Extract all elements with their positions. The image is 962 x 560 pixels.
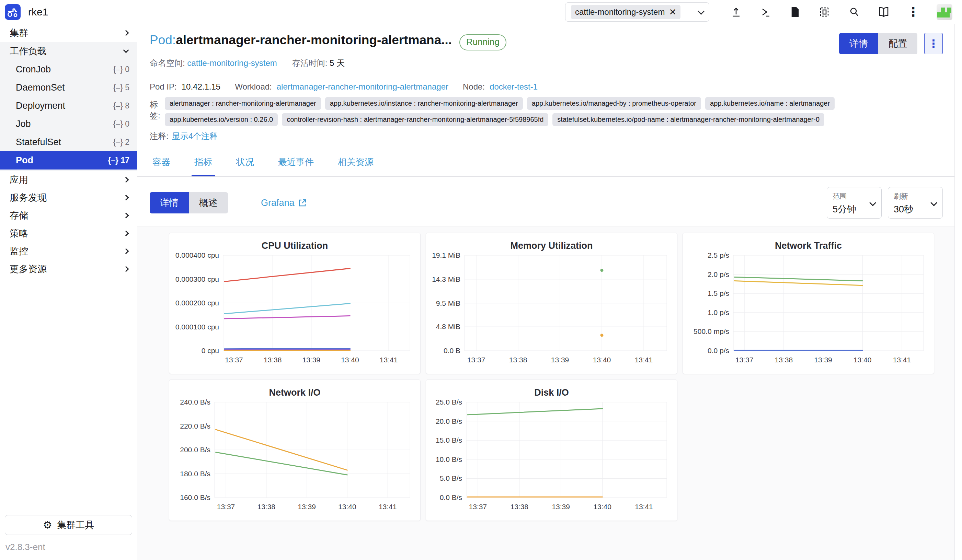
sidebar-item-statefulset[interactable]: StatefulSet{–} 2: [0, 133, 137, 151]
svg-text:13:38: 13:38: [509, 356, 527, 364]
label-chip: app.kubernetes.io/managed-by : prometheu…: [527, 97, 701, 110]
detail-view-button[interactable]: 详情: [839, 33, 878, 54]
chart-card-disk-i-o: Disk I/O25.0 B/s20.0 B/s15.0 B/s10.0 B/s…: [426, 380, 677, 521]
sidebar-item-job[interactable]: Job{–} 0: [0, 115, 137, 133]
user-avatar[interactable]: [936, 4, 952, 20]
chart-plot-cpu-utilization: 0.000400 cpu0.000300 cpu0.000200 cpu0.00…: [173, 253, 415, 367]
range-select[interactable]: 范围 5分钟: [827, 187, 882, 219]
kubectl-shell-icon[interactable]: [759, 6, 772, 18]
sidebar-item-daemonset[interactable]: DaemonSet{–} 5: [0, 79, 137, 97]
svg-text:0 cpu: 0 cpu: [202, 347, 219, 354]
svg-text:13:37: 13:37: [467, 356, 486, 364]
svg-text:15.0 B/s: 15.0 B/s: [436, 436, 462, 444]
resource-count-badge: {–} 8: [113, 101, 129, 111]
tab-[interactable]: 状况: [234, 152, 257, 176]
svg-text:13:37: 13:37: [735, 356, 754, 364]
sidebar-item-label: 应用: [10, 174, 28, 186]
chart-title: Network Traffic: [687, 241, 930, 251]
workload-link[interactable]: alertmanager-rancher-monitoring-alertman…: [277, 82, 449, 92]
sidebar-item-label: 监控: [10, 245, 28, 257]
resource-count-badge: {–} 0: [113, 65, 129, 74]
rancher-logo-icon[interactable]: [5, 4, 21, 20]
grafana-link[interactable]: Grafana: [261, 198, 307, 208]
sidebar-item-label: Pod: [16, 155, 33, 166]
docs-icon[interactable]: [878, 6, 890, 18]
external-link-icon: [298, 198, 307, 207]
chevron-right-icon: [123, 30, 129, 36]
svg-text:13:37: 13:37: [217, 503, 235, 510]
chevron-right-icon: [123, 248, 129, 254]
refresh-select[interactable]: 刷新 30秒: [888, 187, 943, 219]
sidebar-item-[interactable]: 策略: [0, 224, 137, 242]
metrics-detail-button[interactable]: 详情: [150, 192, 189, 213]
cluster-tools-button[interactable]: ⚙ 集群工具: [5, 515, 132, 535]
top-nav-bar: rke1 cattle-monitoring-system ✕ ⋮: [0, 0, 962, 24]
chevron-right-icon: [123, 195, 129, 201]
svg-text:19.1 MiB: 19.1 MiB: [432, 253, 460, 259]
tab-[interactable]: 相关资源: [335, 152, 376, 176]
tab-[interactable]: 容器: [150, 152, 173, 176]
metrics-view-segment: 详情 概述: [150, 192, 228, 213]
sidebar-item-workloads[interactable]: 工作负载: [0, 42, 137, 60]
label-chip: app.kubernetes.io/instance : rancher-mon…: [325, 97, 523, 110]
sidebar-item-[interactable]: 服务发现: [0, 189, 137, 207]
chevron-down-icon: [123, 47, 129, 53]
import-yaml-icon[interactable]: [818, 6, 831, 18]
resource-actions-button[interactable]: ⋮: [924, 33, 943, 54]
svg-text:13:40: 13:40: [854, 356, 872, 364]
upload-icon[interactable]: [730, 6, 742, 18]
sidebar-item-pod[interactable]: Pod{–} 17: [0, 151, 137, 169]
namespace-label: 命名空间:: [150, 58, 185, 68]
cluster-tools-label: 集群工具: [57, 519, 94, 531]
remove-namespace-icon[interactable]: ✕: [669, 8, 676, 16]
svg-text:5.0 B/s: 5.0 B/s: [440, 474, 462, 482]
svg-text:13:40: 13:40: [593, 356, 611, 364]
cluster-name: rke1: [28, 6, 48, 18]
namespace-chip[interactable]: cattle-monitoring-system ✕: [571, 5, 681, 19]
svg-text:20.0 B/s: 20.0 B/s: [436, 417, 462, 425]
svg-text:2.5 p/s: 2.5 p/s: [708, 253, 729, 259]
namespace-filter[interactable]: cattle-monitoring-system ✕: [565, 2, 709, 22]
namespace-link[interactable]: cattle-monitoring-system: [187, 58, 277, 68]
age-label: 存活时间:: [292, 58, 328, 68]
resource-count-badge: {–} 17: [108, 156, 129, 165]
svg-text:13:38: 13:38: [258, 503, 276, 510]
show-annotations-link[interactable]: 显示4个注释: [172, 131, 218, 142]
labels-label: 标签:: [150, 99, 161, 121]
svg-text:160.0 B/s: 160.0 B/s: [180, 493, 210, 501]
chevron-down-icon[interactable]: [697, 8, 704, 15]
sidebar-item-[interactable]: 更多资源: [0, 260, 137, 278]
sidebar-item-[interactable]: 监控: [0, 242, 137, 260]
tab-[interactable]: 指标: [192, 152, 215, 176]
sidebar-item-deployment[interactable]: Deployment{–} 8: [0, 97, 137, 115]
namespace-meta: 命名空间: cattle-monitoring-system: [150, 58, 277, 69]
chevron-right-icon: [123, 266, 129, 272]
metrics-summary-button[interactable]: 概述: [189, 192, 228, 213]
grafana-link-label: Grafana: [261, 198, 295, 208]
resource-type-label: Pod:: [150, 33, 176, 47]
tab-[interactable]: 最近事件: [275, 152, 316, 176]
sidebar-item-label: Deployment: [16, 101, 65, 111]
config-view-button[interactable]: 配置: [878, 33, 917, 54]
chart-card-network-traffic: Network Traffic2.5 p/s2.0 p/s1.5 p/s1.0 …: [683, 233, 934, 374]
sidebar-item-[interactable]: 存储: [0, 207, 137, 224]
chevron-right-icon: [123, 177, 129, 183]
sidebar-item-cronjob[interactable]: CronJob{–} 0: [0, 60, 137, 79]
node-link[interactable]: docker-test-1: [489, 82, 537, 92]
svg-text:9.5 MiB: 9.5 MiB: [436, 299, 460, 307]
sidebar-item-label: CronJob: [16, 64, 51, 75]
svg-text:13:38: 13:38: [510, 503, 528, 510]
svg-text:13:41: 13:41: [893, 356, 911, 364]
sidebar-item-clusters[interactable]: 集群: [0, 24, 137, 42]
search-icon[interactable]: [848, 6, 860, 18]
chart-card-network-i-o: Network I/O240.0 B/s220.0 B/s200.0 B/s18…: [169, 380, 421, 521]
main-content: Pod:alertmanager-rancher-monitoring-aler…: [137, 24, 962, 560]
sidebar-item-[interactable]: 应用: [0, 171, 137, 189]
view-mode-segment: 详情 配置: [839, 33, 917, 54]
chart-title: Memory Utilization: [430, 241, 673, 251]
kebab-menu-icon[interactable]: ⋮: [907, 6, 919, 18]
resource-count-badge: {–} 5: [113, 83, 129, 92]
file-icon[interactable]: [789, 6, 801, 18]
scrollbar-track[interactable]: [954, 24, 962, 560]
chart-title: Network I/O: [173, 388, 416, 398]
